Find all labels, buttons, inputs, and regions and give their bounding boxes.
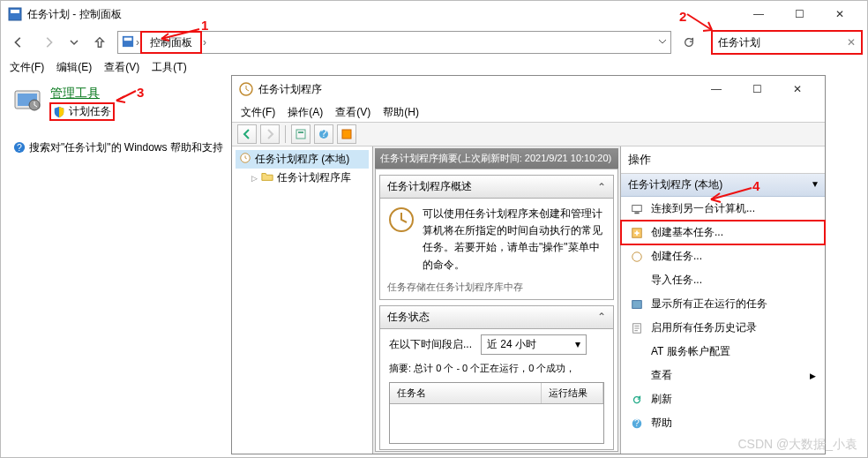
- admin-tools-icon: [13, 86, 41, 114]
- ts-menu-help[interactable]: 帮助(H): [378, 103, 424, 122]
- ts-maximize-button[interactable]: ☐: [737, 76, 777, 102]
- running-icon: [630, 297, 644, 312]
- svg-rect-10: [296, 130, 305, 139]
- forward-button[interactable]: [36, 30, 61, 55]
- status-summary-text: 摘要: 总计 0 个 - 0 个正在运行，0 个成功，: [380, 360, 613, 377]
- help-small-icon: ?: [630, 417, 644, 431]
- minimize-button[interactable]: —: [738, 1, 779, 27]
- ts-menu-file[interactable]: 文件(F): [236, 103, 281, 122]
- clock-icon: [239, 152, 251, 167]
- action-show-running-label: 显示所有正在运行的任务: [651, 297, 767, 312]
- maximize-button[interactable]: ☐: [779, 1, 819, 27]
- tree-library-node[interactable]: ▷ 任务计划程序库: [236, 169, 369, 187]
- config-icon: [630, 345, 644, 359]
- action-history-label: 启用所有任务历史记录: [651, 320, 757, 335]
- col-task-name[interactable]: 任务名: [390, 383, 542, 403]
- back-button[interactable]: [6, 30, 31, 55]
- action-show-running[interactable]: 显示所有正在运行的任务: [621, 292, 825, 316]
- control-panel-small-icon: [122, 35, 134, 50]
- svg-rect-17: [632, 205, 642, 211]
- menu-view[interactable]: 查看(V): [99, 58, 145, 77]
- ts-title: 任务计划程序: [258, 82, 696, 97]
- task-list-header: 任务名 运行结果: [390, 383, 603, 404]
- status-period-label: 在以下时间段启...: [389, 337, 472, 352]
- status-header[interactable]: 任务状态 ⌃: [380, 306, 613, 329]
- svg-rect-21: [632, 300, 642, 308]
- action-at-label: AT 服务帐户配置: [651, 344, 730, 359]
- svg-rect-18: [634, 212, 639, 214]
- svg-point-20: [632, 252, 642, 261]
- breadcrumb-chevron-icon: ›: [201, 36, 208, 49]
- search-input[interactable]: 任务计划 ✕: [712, 31, 862, 54]
- submenu-icon: ▶: [810, 372, 816, 380]
- svg-text:?: ?: [634, 417, 640, 428]
- collapse-icon: ⌃: [597, 311, 606, 323]
- watermark: CSDN @大数据_小袁: [737, 437, 857, 453]
- svg-text:?: ?: [17, 142, 22, 153]
- svg-rect-14: [342, 130, 351, 139]
- action-import-label: 导入任务...: [651, 273, 702, 288]
- windows-help-link[interactable]: ? 搜索对"任务计划"的 Windows 帮助和支持: [13, 140, 223, 155]
- computer-icon: [630, 202, 644, 216]
- help-link-label: 搜索对"任务计划"的 Windows 帮助和支持: [29, 140, 223, 155]
- svg-rect-1: [11, 10, 19, 13]
- action-create-basic-task[interactable]: 创建基本任务...: [621, 221, 825, 244]
- svg-rect-3: [124, 37, 132, 41]
- ts-minimize-button[interactable]: —: [696, 76, 737, 102]
- col-run-result[interactable]: 运行结果: [542, 383, 603, 403]
- ts-close-button[interactable]: ✕: [777, 76, 818, 102]
- summary-title: 任务计划程序摘要(上次刷新时间: 2021/9/21 10:10:20): [375, 148, 618, 169]
- scheduled-tasks-link[interactable]: 计划任务: [50, 103, 114, 120]
- collapse-icon: ⌃: [597, 181, 606, 193]
- ts-toolbar: ?: [232, 122, 825, 146]
- overview-header[interactable]: 任务计划程序概述 ⌃: [380, 176, 613, 199]
- action-create-task[interactable]: 创建任务...: [621, 244, 825, 268]
- toolbar-help-button[interactable]: ?: [314, 124, 333, 144]
- menu-tools[interactable]: 工具(T): [146, 58, 191, 77]
- toolbar-forward-button[interactable]: [260, 124, 280, 144]
- action-at-config[interactable]: AT 服务帐户配置: [621, 340, 825, 364]
- close-button[interactable]: ✕: [819, 1, 860, 27]
- action-view[interactable]: 查看▶: [621, 364, 825, 387]
- overview-footer: 任务存储在任务计划程序库中存: [380, 281, 613, 299]
- overview-heading-label: 任务计划程序概述: [387, 179, 472, 194]
- scheduled-tasks-label: 计划任务: [69, 104, 111, 119]
- toolbar-back-button[interactable]: [237, 124, 257, 144]
- annotation-1: 1: [201, 18, 208, 33]
- status-period-combo[interactable]: 近 24 小时 ▾: [481, 334, 587, 355]
- task-list[interactable]: 任务名 运行结果: [389, 382, 604, 444]
- arrow-3-icon: [111, 88, 138, 106]
- menu-edit[interactable]: 编辑(E): [51, 58, 97, 77]
- svg-text:?: ?: [321, 129, 327, 139]
- view-icon: [630, 369, 644, 383]
- menu-file[interactable]: 文件(F): [4, 58, 49, 77]
- toolbar-view-button[interactable]: [337, 124, 356, 144]
- arrow-2-icon: [685, 12, 721, 34]
- expand-icon[interactable]: ▷: [251, 174, 258, 183]
- history-icon: [630, 321, 644, 335]
- toolbar-properties-button[interactable]: [291, 124, 311, 144]
- status-heading-label: 任务状态: [387, 310, 430, 325]
- up-button[interactable]: [87, 30, 112, 55]
- admin-tools-link[interactable]: 管理工具: [50, 86, 100, 100]
- ts-menu-view[interactable]: 查看(V): [330, 103, 376, 122]
- svg-rect-11: [298, 131, 303, 133]
- tree-root-node[interactable]: 任务计划程序 (本地): [236, 150, 369, 169]
- clear-search-icon[interactable]: ✕: [847, 36, 856, 49]
- search-text: 任务计划: [718, 35, 760, 50]
- task-scheduler-icon: [239, 82, 253, 96]
- task-icon: [630, 250, 644, 264]
- action-import-task[interactable]: 导入任务...: [621, 268, 825, 292]
- combo-value: 近 24 小时: [487, 337, 575, 352]
- action-help[interactable]: ?帮助: [621, 411, 825, 435]
- actions-title: 操作: [621, 146, 825, 174]
- ts-middle-panel: 任务计划程序摘要(上次刷新时间: 2021/9/21 10:10:20) 任务计…: [373, 146, 620, 454]
- cp-navbar: › 控制面板 › 任务计划 ✕: [1, 27, 867, 57]
- recent-dropdown[interactable]: [66, 30, 82, 55]
- ts-menu-action[interactable]: 操作(A): [282, 103, 328, 122]
- action-refresh[interactable]: 刷新: [621, 387, 825, 411]
- address-dropdown-icon[interactable]: [658, 36, 667, 49]
- refresh-address-button[interactable]: [677, 30, 701, 55]
- cp-titlebar: 任务计划 - 控制面板 — ☐ ✕: [1, 1, 867, 27]
- action-enable-history[interactable]: 启用所有任务历史记录: [621, 316, 825, 340]
